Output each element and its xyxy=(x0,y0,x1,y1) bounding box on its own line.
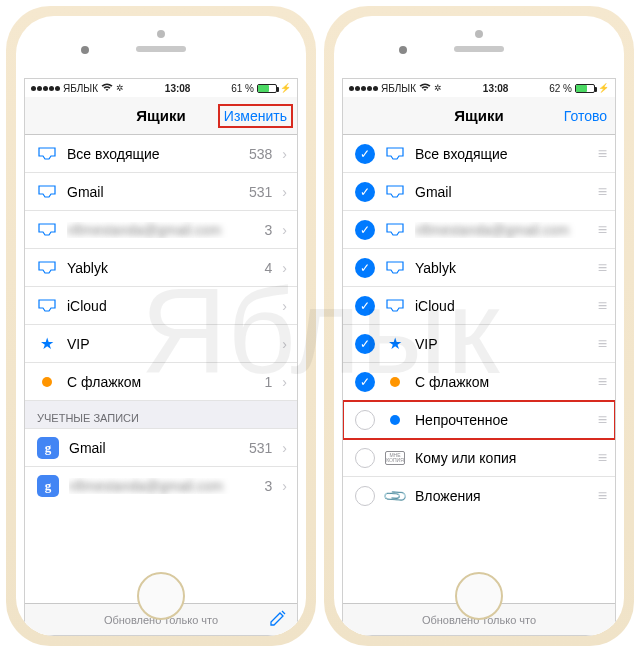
reorder-handle-icon[interactable]: ≡ xyxy=(598,449,605,467)
battery-icon xyxy=(257,84,277,93)
mailbox-row-icloud[interactable]: iCloud › xyxy=(25,287,297,325)
activity-icon: ✲ xyxy=(434,83,442,93)
checkbox-icon[interactable]: ✓ xyxy=(355,372,375,392)
account-count: 3 xyxy=(265,478,273,494)
mailbox-row-flagged[interactable]: С флажком 1 › xyxy=(25,363,297,401)
edit-row-flagged[interactable]: ✓ С флажком ≡ xyxy=(343,363,615,401)
account-label: Gmail xyxy=(69,440,239,456)
checkbox-icon[interactable]: ✓ xyxy=(355,258,375,278)
inbox-icon xyxy=(37,185,57,199)
mailbox-label: iCloud xyxy=(415,298,588,314)
mailbox-count: 531 xyxy=(249,184,272,200)
flag-icon xyxy=(37,377,57,387)
carrier-label: ЯБЛЫК xyxy=(63,83,98,94)
reorder-handle-icon[interactable]: ≡ xyxy=(598,297,605,315)
reorder-handle-icon[interactable]: ≡ xyxy=(598,373,605,391)
chevron-right-icon: › xyxy=(282,222,287,238)
checkbox-icon[interactable] xyxy=(355,448,375,468)
checkbox-icon[interactable]: ✓ xyxy=(355,182,375,202)
mailbox-row-vip[interactable]: ★ VIP › xyxy=(25,325,297,363)
mailbox-label: Yablyk xyxy=(415,260,588,276)
paperclip-icon: 📎 xyxy=(385,487,405,506)
nav-bar: Ящики Готово xyxy=(343,97,615,135)
compose-button[interactable] xyxy=(269,609,287,631)
edit-row-icloud[interactable]: ✓ iCloud ≡ xyxy=(343,287,615,325)
screen-left: ЯБЛЫК ✲ 13:08 61 % ⚡ Ящики xyxy=(24,78,298,636)
reorder-handle-icon[interactable]: ≡ xyxy=(598,145,605,163)
chevron-right-icon: › xyxy=(282,184,287,200)
nav-bar: Ящики Изменить xyxy=(25,97,297,135)
mailbox-row-gmail[interactable]: Gmail 531 › xyxy=(25,173,297,211)
mailbox-label: VIP xyxy=(67,336,272,352)
mailbox-count: 4 xyxy=(265,260,273,276)
mailbox-row-yablyk[interactable]: Yablyk 4 › xyxy=(25,249,297,287)
wifi-icon xyxy=(419,83,431,94)
edit-row-account[interactable]: ✓ nfimestanda@gmail.com ≡ xyxy=(343,211,615,249)
star-icon: ★ xyxy=(37,334,57,353)
mailbox-label: Все входящие xyxy=(415,146,588,162)
reorder-handle-icon[interactable]: ≡ xyxy=(598,259,605,277)
edit-button[interactable]: Изменить xyxy=(186,108,289,124)
mailbox-edit-list[interactable]: ✓ Все входящие ≡ ✓ Gmail ≡ ✓ nfim xyxy=(343,135,615,603)
reorder-handle-icon[interactable]: ≡ xyxy=(598,487,605,505)
account-count: 531 xyxy=(249,440,272,456)
checkbox-icon[interactable] xyxy=(355,486,375,506)
mailbox-label: VIP xyxy=(415,336,588,352)
account-row-other[interactable]: g nfimestanda@gmail.com 3 › xyxy=(25,467,297,505)
mailbox-label: nfimestanda@gmail.com xyxy=(67,222,255,238)
reorder-handle-icon[interactable]: ≡ xyxy=(598,411,605,429)
star-icon: ★ xyxy=(385,334,405,353)
checkbox-icon[interactable]: ✓ xyxy=(355,334,375,354)
to-cc-icon: МНЕКОПИЯ xyxy=(385,451,405,465)
clock: 13:08 xyxy=(165,83,191,94)
inbox-icon xyxy=(385,299,405,313)
signal-dots-icon xyxy=(349,86,378,91)
accounts-section-header: УЧЕТНЫЕ ЗАПИСИ xyxy=(25,401,297,429)
mailbox-row-account[interactable]: nfimestanda@gmail.com 3 › xyxy=(25,211,297,249)
signal-dots-icon xyxy=(31,86,60,91)
edit-row-to-cc[interactable]: МНЕКОПИЯ Кому или копия ≡ xyxy=(343,439,615,477)
reorder-handle-icon[interactable]: ≡ xyxy=(598,335,605,353)
account-row-gmail[interactable]: g Gmail 531 › xyxy=(25,429,297,467)
edit-row-all-inboxes[interactable]: ✓ Все входящие ≡ xyxy=(343,135,615,173)
chevron-right-icon: › xyxy=(282,260,287,276)
unread-dot-icon xyxy=(385,415,405,425)
carrier-label: ЯБЛЫК xyxy=(381,83,416,94)
home-button[interactable] xyxy=(137,572,185,620)
chevron-right-icon: › xyxy=(282,298,287,314)
battery-percent: 61 % xyxy=(231,83,254,94)
battery-percent: 62 % xyxy=(549,83,572,94)
screen-right: ЯБЛЫК ✲ 13:08 62 % ⚡ Ящики xyxy=(342,78,616,636)
status-bar: ЯБЛЫК ✲ 13:08 61 % ⚡ xyxy=(25,79,297,97)
charging-icon: ⚡ xyxy=(598,83,609,93)
edit-row-unread[interactable]: Непрочтенное ≡ xyxy=(343,401,615,439)
reorder-handle-icon[interactable]: ≡ xyxy=(598,221,605,239)
chevron-right-icon: › xyxy=(282,478,287,494)
phone-right: ЯБЛЫК ✲ 13:08 62 % ⚡ Ящики xyxy=(324,6,634,646)
mailbox-count: 538 xyxy=(249,146,272,162)
checkbox-icon[interactable]: ✓ xyxy=(355,220,375,240)
edit-row-gmail[interactable]: ✓ Gmail ≡ xyxy=(343,173,615,211)
mailbox-count: 1 xyxy=(265,374,273,390)
mailbox-label: Вложения xyxy=(415,488,588,504)
mailbox-list[interactable]: Все входящие 538 › Gmail 531 › nfimestan… xyxy=(25,135,297,603)
battery-icon xyxy=(575,84,595,93)
inbox-icon xyxy=(37,261,57,275)
phone-top-hardware xyxy=(334,16,624,78)
mailbox-row-all-inboxes[interactable]: Все входящие 538 › xyxy=(25,135,297,173)
done-button[interactable]: Готово xyxy=(504,108,607,124)
reorder-handle-icon[interactable]: ≡ xyxy=(598,183,605,201)
mailbox-count: 3 xyxy=(265,222,273,238)
checkbox-icon[interactable]: ✓ xyxy=(355,296,375,316)
edit-row-attachments[interactable]: 📎 Вложения ≡ xyxy=(343,477,615,515)
home-button[interactable] xyxy=(455,572,503,620)
checkbox-icon[interactable]: ✓ xyxy=(355,144,375,164)
clock: 13:08 xyxy=(483,83,509,94)
edit-row-yablyk[interactable]: ✓ Yablyk ≡ xyxy=(343,249,615,287)
account-label: nfimestanda@gmail.com xyxy=(69,478,255,494)
edit-row-vip[interactable]: ✓ ★ VIP ≡ xyxy=(343,325,615,363)
mailbox-label: Все входящие xyxy=(67,146,239,162)
checkbox-icon[interactable] xyxy=(355,410,375,430)
inbox-icon xyxy=(385,147,405,161)
inbox-icon xyxy=(37,223,57,237)
